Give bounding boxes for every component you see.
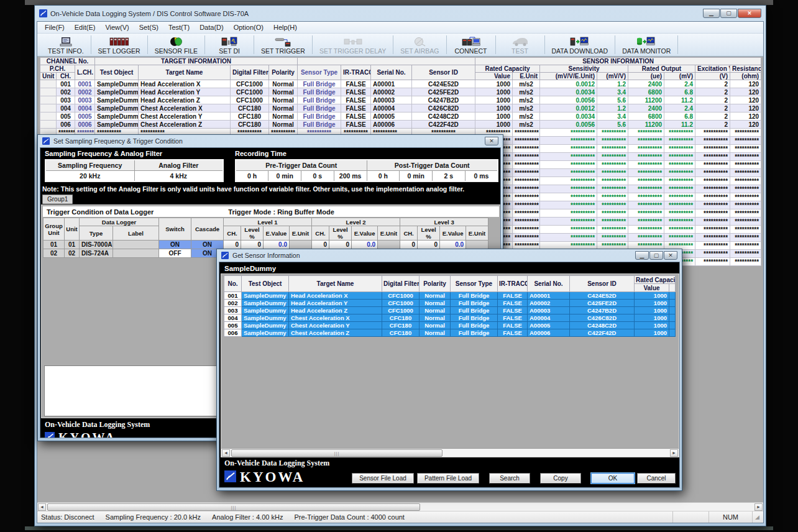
sensitivity-cell[interactable]: 0.0056 xyxy=(540,121,597,129)
rated-output-mv-cell[interactable]: ********** xyxy=(664,234,695,242)
rated-output-ue-cell[interactable]: ********** xyxy=(628,177,664,185)
serial-no-cell[interactable]: A00003 xyxy=(528,307,570,314)
lch-cell[interactable]: 0002 xyxy=(75,88,95,96)
excitation-cell[interactable]: ********** xyxy=(695,161,730,169)
lch-cell[interactable]: 0005 xyxy=(75,112,95,121)
target-name-cell[interactable]: Chest Acceleration X xyxy=(289,314,382,322)
channel-row[interactable]: 0060006SampleDummyChest Acceleration ZCF… xyxy=(40,121,761,129)
serial-no-cell[interactable]: A00002 xyxy=(528,300,570,307)
excitation-cell[interactable]: ********** xyxy=(695,201,730,209)
rated-output-ue-cell[interactable]: ********** xyxy=(628,193,664,201)
sensor-file-load-button[interactable]: Sensor File Load xyxy=(352,473,414,484)
label-cell[interactable] xyxy=(113,249,159,258)
scroll-thumb[interactable]: ||| xyxy=(47,503,420,511)
resistance-cell[interactable]: 120 xyxy=(730,80,761,88)
e-value-cell[interactable]: 0.0 xyxy=(440,241,466,249)
data-monitor-button[interactable]: DATA MONITOR xyxy=(615,34,677,56)
rated-output-mv-cell[interactable]: ********** xyxy=(664,153,695,161)
menu-edit-e[interactable]: Edit(E) xyxy=(70,22,101,32)
rc-eunit-cell[interactable]: m/s2 xyxy=(513,88,540,96)
ch-cell[interactable]: 0 xyxy=(312,241,329,249)
polarity-cell[interactable]: Normal xyxy=(420,322,451,329)
sensor-id-cell[interactable]: C426C82D xyxy=(412,104,475,112)
digital-filter-cell[interactable]: CFC180 xyxy=(382,329,420,337)
rc-value-cell[interactable]: 1000 xyxy=(475,80,513,88)
ir-tracc-cell[interactable]: FALSE xyxy=(341,104,371,112)
rated-output-mv-cell[interactable]: 2.4 xyxy=(664,104,695,112)
ch-cell[interactable]: 0 xyxy=(400,241,418,249)
switch-cell[interactable]: ON xyxy=(159,241,191,249)
close-icon[interactable]: ✕ xyxy=(664,251,677,260)
polarity-cell[interactable]: Normal xyxy=(269,104,298,112)
resistance-cell[interactable]: ********** xyxy=(730,185,761,193)
ir-tracc-cell[interactable]: FALSE xyxy=(498,292,528,300)
serial-no-cell[interactable]: A00006 xyxy=(528,329,570,337)
resistance-cell[interactable]: ********** xyxy=(730,137,761,145)
digital-filter-cell[interactable]: CFC180 xyxy=(231,104,269,112)
sensitivity-mvv-cell[interactable]: ********** xyxy=(597,153,628,161)
digital-filter-cell[interactable]: CFC180 xyxy=(382,314,420,322)
test-object-cell[interactable]: SampleDummy xyxy=(242,314,289,322)
ir-tracc-cell[interactable]: FALSE xyxy=(341,88,371,96)
resistance-cell[interactable]: ********** xyxy=(730,153,761,161)
rated-output-ue-cell[interactable]: ********** xyxy=(628,234,664,242)
test-object-cell[interactable]: SampleDummy xyxy=(95,112,139,121)
analog-filter-value[interactable]: 4 kHz xyxy=(134,170,223,181)
rc-value-cell[interactable]: 1000 xyxy=(475,112,513,121)
channel-row[interactable]: 0050005SampleDummyChest Acceleration YCF… xyxy=(40,112,761,121)
switch-cell[interactable]: OFF xyxy=(159,249,191,258)
sensitivity-mvv-cell[interactable]: 5.6 xyxy=(597,121,628,129)
sampling-dialog-titlebar[interactable]: Set Sampling Frequency & Trigger Conditi… xyxy=(40,135,501,147)
rated-capacity-cell[interactable]: 1000 xyxy=(635,300,669,307)
serial-no-cell[interactable]: A00004 xyxy=(371,104,412,112)
rc-eunit-cell[interactable]: ********** xyxy=(513,201,540,209)
digital-filter-cell[interactable]: CFC180 xyxy=(231,112,269,121)
sensor-id-cell[interactable]: C426C82D xyxy=(570,314,635,322)
sensitivity-cell[interactable]: ********** xyxy=(540,209,597,218)
close-icon[interactable]: ✕ xyxy=(485,137,498,145)
rc-value-cell[interactable]: 1000 xyxy=(475,121,513,129)
sensor-row[interactable]: 001SampleDummyHead Acceleration XCFC1000… xyxy=(224,292,676,300)
set-trigger-button[interactable]: SET TRIGGER xyxy=(254,34,312,56)
recording-time-value[interactable]: 0 min xyxy=(400,170,433,181)
target-name-cell[interactable]: Head Acceleration Y xyxy=(289,300,382,307)
unit-cell[interactable] xyxy=(40,112,57,121)
polarity-cell[interactable]: Normal xyxy=(269,96,298,104)
rc-eunit-cell[interactable]: ********** xyxy=(513,226,540,234)
unit-cell[interactable]: 02 xyxy=(65,249,80,258)
unit-cell[interactable] xyxy=(40,121,57,129)
excitation-cell[interactable]: ********** xyxy=(695,169,730,177)
rated-output-mv-cell[interactable]: 11.2 xyxy=(664,121,695,129)
sensor-id-cell[interactable]: C425FE2D xyxy=(570,300,635,307)
menu-option-o[interactable]: Option(O) xyxy=(229,22,268,32)
set-logger-button[interactable]: SET LOGGER xyxy=(91,34,147,56)
test-object-cell[interactable]: SampleDummy xyxy=(95,96,139,104)
sensitivity-mvv-cell[interactable]: 1.2 xyxy=(597,80,628,88)
resistance-cell[interactable]: ********** xyxy=(730,242,761,250)
rated-output-ue-cell[interactable]: ********** xyxy=(628,161,664,169)
recording-time-value[interactable]: 0 s xyxy=(301,170,334,181)
excitation-cell[interactable]: 2 xyxy=(695,112,730,121)
rc-value-cell[interactable]: 1000 xyxy=(475,88,513,96)
ch-cell[interactable]: 004 xyxy=(57,104,75,112)
resistance-cell[interactable]: ********** xyxy=(730,169,761,177)
type-cell[interactable]: DIS-7000A xyxy=(80,241,113,249)
menu-data-d[interactable]: Data(D) xyxy=(195,22,229,32)
polarity-cell[interactable]: Normal xyxy=(269,88,298,96)
ch-cell[interactable]: 005 xyxy=(57,112,75,121)
rated-output-mv-cell[interactable]: ********** xyxy=(664,226,695,234)
sensitivity-mvv-cell[interactable]: ********** xyxy=(597,129,628,137)
recording-time-value[interactable]: 0 ms xyxy=(465,170,498,181)
channel-row[interactable]: 0040004SampleDummyChest Acceleration XCF… xyxy=(40,104,761,112)
rc-eunit-cell[interactable]: ********** xyxy=(513,129,540,137)
recording-time-value[interactable]: 0 min xyxy=(268,170,301,181)
scroll-right-arrow[interactable]: ► xyxy=(670,449,678,457)
data-download-button[interactable]: DATA DOWNLOAD xyxy=(545,34,615,56)
test-object-cell[interactable]: SampleDummy xyxy=(242,292,289,300)
scroll-thumb[interactable]: ||| xyxy=(231,449,443,457)
group-unit-cell[interactable]: 02 xyxy=(44,249,65,258)
excitation-cell[interactable]: ********** xyxy=(695,209,730,218)
resistance-cell[interactable]: ********** xyxy=(730,218,761,226)
minimize-icon[interactable]: ▁ xyxy=(635,251,649,260)
sensor-row[interactable]: 005SampleDummyChest Acceleration YCFC180… xyxy=(224,322,676,329)
